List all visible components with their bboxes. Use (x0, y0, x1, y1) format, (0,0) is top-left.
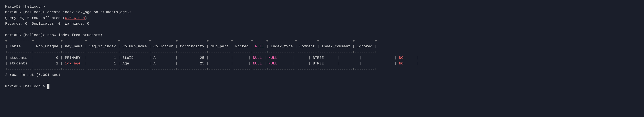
terminal: MariaDB [hellodb]> MariaDB [hellodb]> cr… (5, 4, 639, 89)
row2-ignored: NO (399, 61, 403, 66)
row2-null2: NULL (268, 61, 277, 66)
row1-non-unique: 0 (56, 56, 58, 60)
row2-non-unique: 1 (56, 61, 58, 66)
line-blank-1 (5, 27, 639, 32)
col-header-table: Table (10, 44, 20, 48)
col-header-null: Null (255, 44, 264, 48)
line-divider-top: +-----------+------------+----------+---… (5, 38, 639, 44)
row1-col-name: StuID (122, 56, 134, 60)
line-blank-2 (5, 78, 639, 84)
row2-collation: A (154, 61, 156, 66)
row1-null: NULL (253, 56, 262, 60)
row1-key-name: PRIMARY (65, 56, 80, 60)
line-records: Records: 0 Duplicates: 0 Warnings: 0 (5, 21, 639, 27)
line-divider-bottom: +-----------+------------+----------+---… (5, 67, 639, 72)
row1-table: students (10, 56, 27, 60)
row1-null2: NULL (268, 56, 277, 60)
line-rows-in-set: 2 rows in set (0.001 sec) (5, 72, 639, 78)
line-prompt-final[interactable]: MariaDB [hellodb]> (5, 84, 639, 89)
row2-seq: 1 (114, 61, 116, 66)
row2-cardinality: 25 (200, 61, 204, 66)
cursor (47, 84, 50, 89)
row2-table: students (10, 61, 27, 66)
row2-index-type: BTREE (313, 61, 324, 66)
row2-null: NULL (253, 61, 262, 66)
row2-key-name: idx_age (65, 61, 80, 66)
line-prompt-1: MariaDB [hellodb]> (5, 4, 639, 9)
line-command-show-index: MariaDB [hellodb]> show index from stude… (5, 32, 639, 38)
row1-ignored: NO (399, 56, 403, 60)
row1-collation: A (154, 56, 156, 60)
line-query-ok: Query OK, 0 rows affected (0.016 sec) (5, 15, 639, 21)
highlight-sec: 0.016 sec (65, 16, 85, 20)
line-command-create-index: MariaDB [hellodb]> create index idx_age … (5, 9, 639, 15)
row1-cardinality: 25 (200, 56, 204, 60)
row2-col-name: Age (122, 61, 129, 66)
row1-index-type: BTREE (313, 56, 324, 60)
row1-seq: 1 (114, 56, 116, 60)
line-data-row-1: | students | 0 | PRIMARY | 1 | StuID | A… (5, 55, 639, 61)
line-divider-mid: +-----------+------------+----------+---… (5, 50, 639, 55)
line-table-header: | Table | Non_unique | Key_name | Seq_in… (5, 44, 639, 49)
line-data-row-2: | students | 1 | idx_age | 1 | Age | A |… (5, 61, 639, 66)
